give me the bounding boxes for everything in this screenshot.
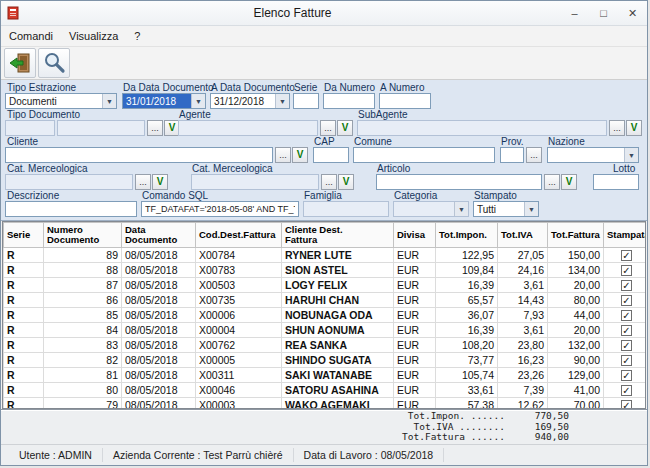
cell-serie: R (4, 398, 44, 410)
cliente-browse-button[interactable]: ... (275, 147, 291, 163)
invoice-grid: Serie NumeroDocumento DataDocumento Cod.… (2, 221, 646, 409)
stampata-checkbox[interactable]: ✓ (621, 370, 632, 381)
cell-divisa: EUR (394, 353, 436, 368)
filter-descrizione-input[interactable] (5, 201, 137, 217)
exit-button[interactable] (4, 48, 36, 78)
table-row[interactable]: R 82 08/05/2018 X00005 SHINDO SUGATA EUR… (4, 353, 647, 368)
cell-cod-dest: X00735 (196, 293, 282, 308)
col-cliente-dest-fattura[interactable]: Cliente Dest.Fattura (282, 223, 394, 248)
col-data-documento[interactable]: DataDocumento (122, 223, 196, 248)
cell-tot-impon: 57,38 (436, 398, 498, 410)
col-numero-documento[interactable]: NumeroDocumento (44, 223, 122, 248)
filter-nazione-combobox[interactable]: ▼ (547, 147, 639, 163)
stampata-checkbox[interactable]: ✓ (621, 340, 632, 351)
agente-select-button[interactable]: V (337, 120, 353, 136)
filter-tipo-documento-input[interactable] (57, 120, 145, 136)
filter-prov-input[interactable] (500, 147, 524, 163)
cell-divisa: EUR (394, 383, 436, 398)
filter-tipo-documento-code-input[interactable] (5, 120, 55, 136)
filter-da-numero-input[interactable] (323, 93, 375, 109)
cell-cod-dest: X00005 (196, 353, 282, 368)
cell-tot-iva: 7,93 (498, 308, 548, 323)
chevron-down-icon[interactable]: ▼ (191, 94, 205, 108)
filter-famiglia-input[interactable] (303, 201, 389, 217)
filter-cat-merceologica2-input[interactable] (191, 174, 319, 190)
filter-tipo-estrazione-combobox[interactable]: Documenti ▼ (5, 93, 117, 109)
table-row[interactable]: R 79 08/05/2018 X00003 WAKO AGEMAKI EUR … (4, 398, 647, 410)
table-row[interactable]: R 88 08/05/2018 X00783 SION ASTEL EUR 10… (4, 263, 647, 278)
articolo-label: Articolo (377, 163, 410, 174)
agente-label: Agente (179, 109, 211, 120)
filter-agente-input[interactable] (178, 120, 318, 136)
col-divisa[interactable]: Divisa (394, 223, 436, 248)
col-tot-impon[interactable]: Tot.Impon. (436, 223, 498, 248)
filter-cliente-input[interactable] (5, 147, 273, 163)
stampata-checkbox[interactable]: ✓ (621, 385, 632, 396)
filter-cap-input[interactable] (313, 147, 349, 163)
cat-merceologica1-browse-button[interactable]: ... (135, 174, 151, 190)
stampata-checkbox[interactable]: ✓ (621, 355, 632, 366)
filter-a-data-input[interactable]: 31/12/2018 ▼ (210, 93, 290, 109)
stampata-checkbox[interactable]: ✓ (621, 250, 632, 261)
stampata-checkbox[interactable]: ✓ (621, 265, 632, 276)
stampata-checkbox[interactable]: ✓ (621, 310, 632, 321)
subagente-browse-button[interactable]: ... (609, 120, 625, 136)
cell-tot-iva: 27,05 (498, 248, 548, 263)
menu-comandi[interactable]: Comandi (1, 28, 61, 44)
minimize-button[interactable]: – (560, 2, 589, 24)
prov-browse-button[interactable]: ... (526, 147, 542, 163)
filter-cat-merceologica1-input[interactable] (5, 174, 133, 190)
filter-categoria-combobox[interactable]: ▼ (393, 201, 469, 217)
cell-data: 08/05/2018 (122, 278, 196, 293)
filter-da-data-input[interactable]: 31/01/2018 ▼ (122, 93, 206, 109)
menu-help[interactable]: ? (126, 28, 148, 44)
chevron-down-icon[interactable]: ▼ (275, 94, 289, 108)
maximize-button[interactable]: □ (589, 2, 618, 24)
filter-subagente-input[interactable] (357, 120, 607, 136)
stampata-checkbox[interactable]: ✓ (621, 325, 632, 336)
table-row[interactable]: R 83 08/05/2018 X00762 REA SANKA EUR 108… (4, 338, 647, 353)
col-stampata[interactable]: Stampata (604, 223, 647, 248)
tipo-documento-browse-button[interactable]: ... (147, 120, 163, 136)
filter-serie-input[interactable] (293, 93, 319, 109)
col-cod-dest-fattura[interactable]: Cod.Dest.Fattura (196, 223, 282, 248)
subagente-select-button[interactable]: V (626, 120, 642, 136)
lotto-label: Lotto (613, 163, 635, 174)
search-button[interactable] (38, 48, 70, 78)
stampata-checkbox[interactable]: ✓ (621, 400, 632, 409)
cat-merceologica2-select-button[interactable]: V (338, 174, 354, 190)
table-row[interactable]: R 85 08/05/2018 X00006 NOBUNAGA ODA EUR … (4, 308, 647, 323)
cell-serie: R (4, 383, 44, 398)
col-tot-fattura[interactable]: Tot.Fattura (548, 223, 604, 248)
cat-merceologica2-browse-button[interactable]: ... (321, 174, 337, 190)
agente-browse-button[interactable]: ... (320, 120, 336, 136)
filter-comune-input[interactable] (353, 147, 495, 163)
table-row[interactable]: R 89 08/05/2018 X00784 RYNER LUTE EUR 12… (4, 248, 647, 263)
stampata-checkbox[interactable]: ✓ (621, 280, 632, 291)
filter-comando-sql-input[interactable] (141, 201, 299, 217)
col-tot-iva[interactable]: Tot.IVA (498, 223, 548, 248)
cell-data: 08/05/2018 (122, 263, 196, 278)
stampata-checkbox[interactable]: ✓ (621, 295, 632, 306)
table-row[interactable]: R 87 08/05/2018 X00503 LOGY FELIX EUR 16… (4, 278, 647, 293)
articolo-browse-button[interactable]: ... (544, 174, 560, 190)
cell-tot-iva: 16,23 (498, 353, 548, 368)
filter-articolo-input[interactable] (376, 174, 542, 190)
table-row[interactable]: R 86 08/05/2018 X00735 HARUHI CHAN EUR 6… (4, 293, 647, 308)
close-button[interactable]: ✕ (618, 2, 647, 24)
table-row[interactable]: R 81 08/05/2018 X00311 SAKI WATANABE EUR… (4, 368, 647, 383)
col-serie[interactable]: Serie (4, 223, 44, 248)
filter-lotto-input[interactable] (593, 174, 639, 190)
filter-a-numero-input[interactable] (379, 93, 431, 109)
cliente-select-button[interactable]: V (292, 147, 308, 163)
cell-serie: R (4, 353, 44, 368)
title-bar: Elenco Fatture – □ ✕ (1, 1, 647, 26)
table-row[interactable]: R 84 08/05/2018 X00004 SHUN AONUMA EUR 1… (4, 323, 647, 338)
cell-numero: 84 (44, 323, 122, 338)
da-numero-label: Da Numero (324, 82, 375, 93)
filter-stampato-combobox[interactable]: Tutti ▼ (473, 201, 539, 217)
articolo-select-button[interactable]: V (561, 174, 577, 190)
cat-merceologica1-select-button[interactable]: V (152, 174, 168, 190)
table-row[interactable]: R 80 08/05/2018 X00046 SATORU ASAHINA EU… (4, 383, 647, 398)
menu-visualizza[interactable]: Visualizza (61, 28, 126, 44)
